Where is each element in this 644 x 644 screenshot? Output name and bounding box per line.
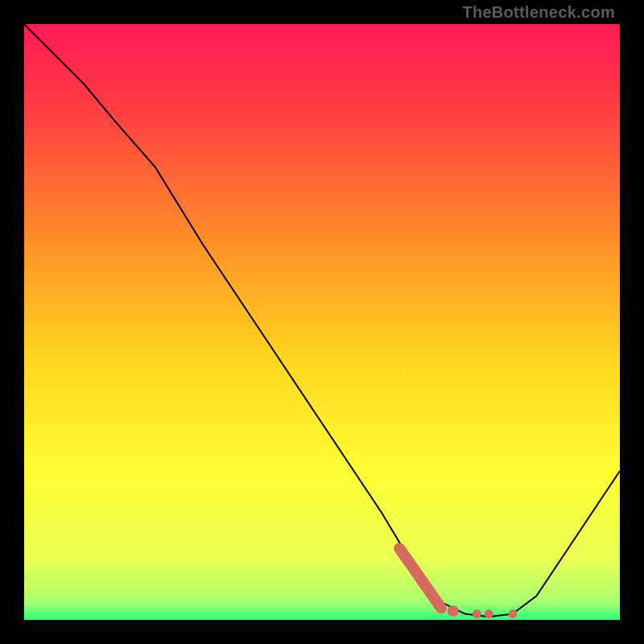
optimal-range-segment	[399, 548, 441, 608]
watermark-text: TheBottleneck.com	[462, 3, 615, 22]
optimal-dot	[448, 605, 459, 617]
optimal-dot	[473, 609, 481, 618]
chart-overlay-svg	[24, 24, 620, 620]
plot-area	[24, 24, 620, 620]
chart-frame: TheBottleneck.com	[0, 0, 644, 644]
optimal-dot	[508, 609, 517, 618]
bottleneck-curve	[24, 24, 620, 617]
optimal-dot	[485, 609, 493, 618]
